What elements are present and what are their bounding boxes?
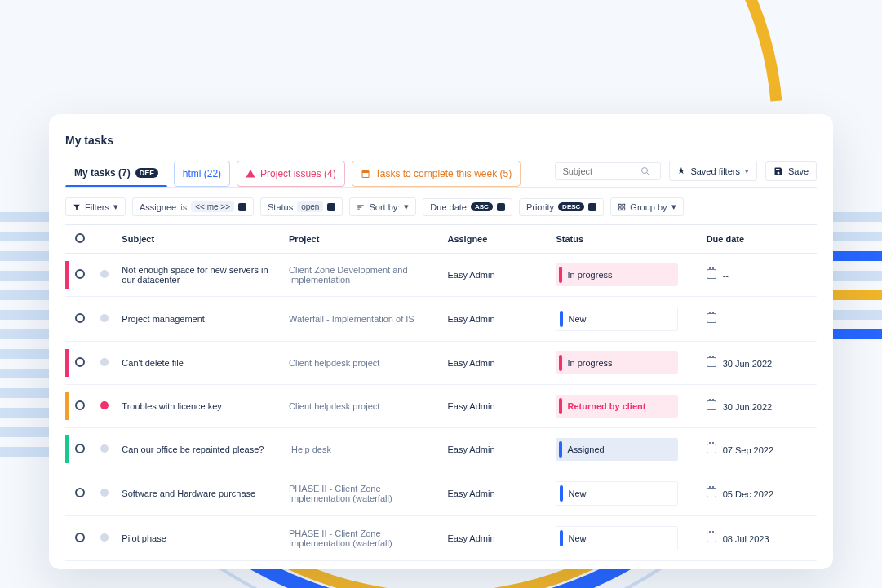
row-select[interactable] — [69, 254, 94, 297]
status-badge[interactable]: In progress — [556, 263, 678, 286]
sort-priority[interactable]: Priority DESC — [519, 198, 604, 216]
cell-due-date: 07 Sep 2022 — [700, 428, 817, 471]
cell-subject[interactable]: Not enough space for new servers in our … — [115, 254, 282, 297]
search-icon — [640, 166, 650, 176]
cell-subject[interactable]: Can't delete file — [115, 342, 282, 385]
filter-assignee[interactable]: Assignee is << me >> — [132, 197, 254, 216]
col-status[interactable]: Status — [549, 225, 699, 254]
status-bar-icon — [560, 311, 563, 327]
cell-subject[interactable]: Can our office be repainted please? — [115, 428, 282, 471]
group-by-button[interactable]: Group by ▾ — [610, 197, 683, 216]
col-project[interactable]: Project — [282, 225, 441, 254]
col-due-date[interactable]: Due date — [700, 225, 817, 254]
cell-subject[interactable]: Troubles with licence key — [115, 385, 282, 428]
table-row[interactable]: Project managementWaterfall - Implementa… — [65, 297, 817, 342]
row-select[interactable] — [69, 471, 94, 516]
tab-project-issues[interactable]: Project issues (4) — [237, 161, 345, 187]
checkbox-icon — [75, 313, 85, 323]
alert-dot-icon — [100, 270, 109, 278]
status-bar-icon — [559, 355, 562, 371]
cell-project[interactable]: Client helpdesk project — [282, 385, 441, 428]
remove-sort-icon[interactable] — [588, 203, 596, 211]
cell-project[interactable]: .Help desk — [282, 428, 441, 471]
cell-due-date: 30 Jun 2022 — [700, 342, 817, 385]
cell-assignee: Easy Admin — [441, 516, 549, 561]
row-select[interactable] — [69, 342, 94, 385]
calendar-icon — [707, 444, 716, 453]
calendar-icon — [707, 357, 716, 367]
cell-project[interactable]: Waterfall - Implementation of IS — [282, 297, 441, 342]
status-badge[interactable]: Assigned — [556, 438, 678, 461]
cell-assignee: Easy Admin — [441, 254, 549, 297]
table-row[interactable]: Can't delete fileClient helpdesk project… — [65, 342, 817, 385]
remove-filter-icon[interactable] — [238, 203, 246, 211]
saved-filters-button[interactable]: ★ Saved filters ▾ — [669, 161, 757, 181]
table-row[interactable]: Not enough space for new servers in our … — [65, 254, 817, 297]
tab-label: Tasks to complete this week (5) — [375, 168, 512, 179]
status-text: New — [568, 533, 586, 543]
col-subject[interactable]: Subject — [115, 225, 282, 254]
row-select[interactable] — [69, 516, 94, 561]
table-row[interactable]: Software and Hardware purchasePHASE II -… — [65, 471, 817, 516]
cell-project[interactable]: Client helpdesk project — [282, 342, 441, 385]
cell-project[interactable]: Client Zone Development and Implementati… — [282, 254, 441, 297]
alert-dot-icon — [100, 358, 109, 366]
filters-button[interactable]: Filters ▾ — [65, 197, 126, 216]
row-select[interactable] — [69, 428, 94, 471]
status-badge[interactable]: In progress — [556, 351, 678, 374]
row-select[interactable] — [69, 385, 94, 428]
filter-name: Status — [268, 202, 293, 212]
alert-dot-icon — [100, 489, 109, 497]
filter-status[interactable]: Status open — [260, 197, 343, 216]
cell-assignee: Easy Admin — [441, 297, 549, 342]
sort-by-button[interactable]: Sort by: ▾ — [349, 197, 416, 216]
status-badge[interactable]: New — [556, 526, 678, 550]
remove-filter-icon[interactable] — [327, 203, 335, 211]
status-badge[interactable]: New — [556, 307, 678, 331]
alert-dot-icon — [100, 533, 109, 542]
sort-field: Due date — [430, 202, 467, 212]
table-row[interactable]: Troubles with licence keyClient helpdesk… — [65, 385, 817, 428]
status-badge[interactable]: New — [556, 481, 678, 506]
cell-subject[interactable]: Project management — [115, 297, 282, 342]
status-badge[interactable]: Returned by client — [556, 395, 678, 418]
status-text: In progress — [567, 358, 612, 368]
checkbox-icon — [75, 444, 85, 453]
status-text: In progress — [567, 270, 612, 280]
tasks-table: Subject Project Assignee Status Due date… — [65, 224, 817, 561]
cell-subject[interactable]: Software and Hardware purchase — [115, 471, 282, 516]
chevron-down-icon: ▾ — [671, 201, 676, 212]
status-bar-icon — [559, 398, 562, 414]
filter-op: is — [180, 202, 187, 212]
cell-due-date: 30 Jun 2022 — [700, 385, 817, 428]
tab-my-tasks[interactable]: My tasks (7) DEF — [65, 160, 167, 187]
search-input[interactable] — [562, 166, 636, 176]
table-row[interactable]: Can our office be repainted please?.Help… — [65, 428, 817, 471]
chevron-down-icon: ▾ — [404, 201, 409, 212]
alert-dot-icon — [100, 444, 109, 453]
sort-due-date[interactable]: Due date ASC — [423, 198, 512, 216]
cell-assignee: Easy Admin — [441, 428, 549, 471]
status-text: New — [568, 314, 586, 324]
save-button[interactable]: Save — [765, 161, 817, 181]
cell-subject[interactable]: Pilot phase — [115, 516, 282, 561]
table-row[interactable]: Pilot phasePHASE II - Client Zone Implem… — [65, 516, 817, 561]
col-assignee[interactable]: Assignee — [441, 225, 549, 254]
tab-html[interactable]: html (22) — [174, 161, 230, 187]
alert-dot-icon — [100, 314, 109, 322]
select-all-header[interactable] — [69, 225, 94, 254]
svg-line-1 — [647, 172, 649, 175]
filters-row: Filters ▾ Assignee is << me >> Status op… — [65, 197, 817, 216]
row-select[interactable] — [69, 297, 94, 342]
tab-tasks-this-week[interactable]: Tasks to complete this week (5) — [352, 161, 521, 187]
cell-due-date: -- — [700, 254, 817, 297]
checkbox-icon — [75, 357, 85, 367]
search-input-wrap[interactable] — [555, 162, 661, 180]
save-icon — [773, 166, 783, 176]
calendar-icon — [707, 488, 716, 497]
sort-icon — [357, 203, 365, 211]
cell-project[interactable]: PHASE II - Client Zone Implementation (w… — [282, 516, 441, 561]
chevron-down-icon: ▾ — [745, 167, 749, 175]
remove-sort-icon[interactable] — [497, 203, 505, 211]
cell-project[interactable]: PHASE II - Client Zone Implementation (w… — [282, 471, 441, 516]
